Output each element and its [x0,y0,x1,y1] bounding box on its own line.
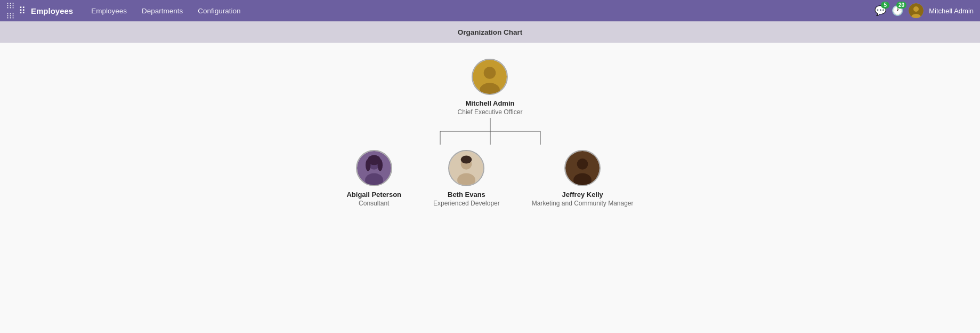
org-child-jeffrey[interactable]: Jeffrey Kelly Marketing and Community Ma… [532,150,634,207]
page-title: Organization Chart [458,28,523,36]
messages-button[interactable]: 💬 5 [874,5,886,17]
svg-point-16 [377,159,382,171]
root-title: Chief Executive Officer [458,108,523,116]
nav-link-departments[interactable]: Departments [134,0,190,21]
org-child-abigail[interactable]: Abigail Peterson Consultant [346,150,401,207]
breadcrumb-bar: Organization Chart [0,21,980,43]
jeffrey-avatar[interactable] [564,150,601,186]
svg-point-22 [577,158,588,170]
activity-badge: 20 [896,2,906,9]
grid-icon2[interactable]: ⠿ [19,5,27,17]
nav-right: 💬 5 🕐 20 Mitchell Admin [874,3,974,18]
jeffrey-name: Jeffrey Kelly [562,191,603,199]
navbar: ⁝⁝⁝⁝⁝⁝ ⠿ Employees Employees Departments… [0,0,980,21]
beth-name: Beth Evans [448,191,485,199]
brand-label: Employees [31,6,73,15]
root-name: Mitchell Admin [466,99,515,107]
main-content: Mitchell Admin Chief Executive Officer [0,43,980,333]
activity-button[interactable]: 🕐 20 [892,5,903,17]
connector-svg [410,118,570,150]
org-child-beth[interactable]: Beth Evans Experienced Developer [433,150,500,207]
user-avatar[interactable] [909,3,924,18]
root-avatar[interactable] [472,59,508,95]
org-chart: Mitchell Admin Chief Executive Officer [346,59,633,207]
nav-link-configuration[interactable]: Configuration [190,0,248,21]
grid-icon[interactable]: ⁝⁝⁝⁝⁝⁝ [6,1,14,21]
svg-point-20 [461,155,472,163]
abigail-avatar[interactable] [356,150,392,186]
svg-point-15 [366,159,370,171]
org-root-node[interactable]: Mitchell Admin Chief Executive Officer [458,59,523,116]
nav-link-employees[interactable]: Employees [84,0,134,21]
abigail-title: Consultant [359,200,389,207]
org-children: Abigail Peterson Consultant Beth Evans E… [346,150,633,207]
nav-links: Employees Departments Configuration [84,0,248,21]
svg-point-4 [484,67,496,79]
user-label[interactable]: Mitchell Admin [929,7,974,15]
abigail-name: Abigail Peterson [346,191,401,199]
jeffrey-title: Marketing and Community Manager [532,200,634,207]
beth-avatar[interactable] [448,150,484,186]
svg-point-1 [913,6,919,12]
messages-badge: 5 [881,2,889,9]
beth-title: Experienced Developer [433,200,500,207]
